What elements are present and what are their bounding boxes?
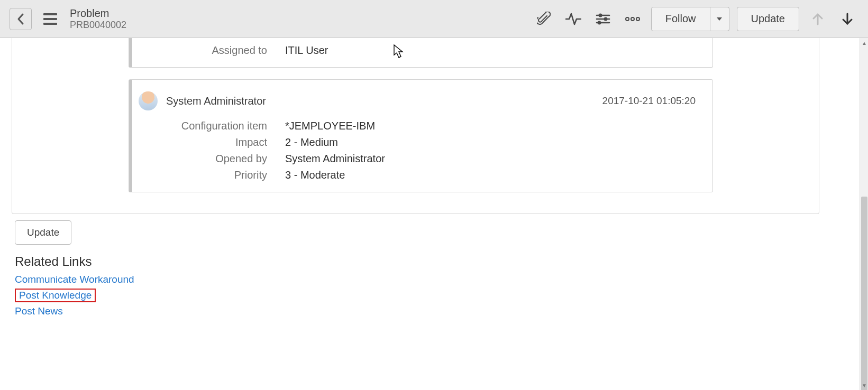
activity-icon	[565, 12, 581, 26]
field-value: System Administrator	[285, 153, 385, 165]
field-value: 3 - Moderate	[285, 169, 345, 181]
more-actions-button[interactable]	[622, 8, 644, 30]
related-link-row: Post News	[15, 304, 823, 319]
follow-dropdown-button[interactable]	[710, 7, 729, 31]
previous-record-button[interactable]	[807, 8, 829, 30]
form-scroll-area: Assigned to ITIL User System Administrat…	[0, 38, 823, 390]
field-row: Assigned to ITIL User	[153, 42, 702, 59]
field-label: Priority	[153, 169, 285, 181]
update-button-footer[interactable]: Update	[15, 220, 71, 245]
attachments-button[interactable]	[533, 8, 555, 30]
record-type-label: Problem	[70, 7, 126, 20]
field-row: Configuration item *JEMPLOYEE-IBM	[153, 118, 702, 134]
chevron-left-icon	[16, 13, 25, 25]
field-label: Opened by	[153, 153, 285, 165]
field-row: Priority 3 - Moderate	[153, 167, 702, 183]
scroll-down-icon: ▼	[860, 380, 868, 390]
scrollbar-thumb[interactable]	[861, 197, 867, 390]
svg-point-7	[631, 17, 634, 21]
scroll-up-icon: ▲	[860, 38, 868, 48]
svg-point-5	[598, 21, 600, 23]
field-row: Opened by System Administrator	[153, 151, 702, 167]
menu-button[interactable]	[39, 8, 61, 30]
record-title-block: Problem PRB0040002	[70, 7, 126, 31]
field-label: Assigned to	[153, 44, 285, 57]
svg-point-1	[599, 14, 601, 16]
activity-author: System Administrator	[166, 95, 602, 107]
related-links-heading: Related Links	[15, 245, 823, 272]
arrow-up-icon	[811, 12, 824, 26]
related-link-communicate-workaround[interactable]: Communicate Workaround	[15, 274, 134, 285]
svg-point-3	[605, 17, 607, 20]
activity-entry-partial: Assigned to ITIL User	[129, 38, 713, 68]
field-row: Impact 2 - Medium	[153, 134, 702, 151]
related-link-row: Communicate Workaround	[15, 272, 823, 287]
svg-point-6	[626, 17, 629, 21]
activity-entry: System Administrator 2017-10-21 01:05:20…	[129, 79, 713, 192]
field-value: *JEMPLOYEE-IBM	[285, 120, 375, 132]
form-card: Assigned to ITIL User System Administrat…	[12, 38, 819, 214]
sliders-icon	[596, 13, 610, 25]
avatar	[139, 91, 158, 110]
follow-button[interactable]: Follow	[651, 7, 710, 31]
hamburger-icon	[43, 13, 57, 25]
next-record-button[interactable]	[836, 8, 858, 30]
follow-button-group: Follow	[651, 7, 729, 31]
more-icon	[625, 16, 641, 22]
update-button-header[interactable]: Update	[737, 7, 800, 31]
paperclip-icon	[537, 12, 551, 26]
svg-marker-9	[717, 17, 722, 21]
caret-down-icon	[716, 17, 723, 21]
arrow-down-icon	[841, 12, 854, 26]
related-link-post-knowledge[interactable]: Post Knowledge	[19, 290, 92, 301]
field-value: 2 - Medium	[285, 136, 338, 148]
related-link-post-news[interactable]: Post News	[15, 305, 63, 317]
record-number-label: PRB0040002	[70, 20, 126, 31]
related-link-row: Post Knowledge	[15, 287, 823, 304]
highlight-box: Post Knowledge	[15, 289, 96, 302]
personalize-button[interactable]	[592, 8, 614, 30]
field-label: Configuration item	[153, 120, 285, 132]
activity-timestamp: 2017-10-21 01:05:20	[602, 95, 696, 107]
svg-point-8	[636, 17, 639, 21]
scrollbar[interactable]: ▲ ▼	[860, 38, 868, 390]
activity-button[interactable]	[562, 8, 584, 30]
form-header: Problem PRB0040002 Follow	[0, 0, 868, 38]
back-button[interactable]	[10, 8, 32, 30]
field-label: Impact	[153, 136, 285, 148]
field-value: ITIL User	[285, 44, 328, 57]
